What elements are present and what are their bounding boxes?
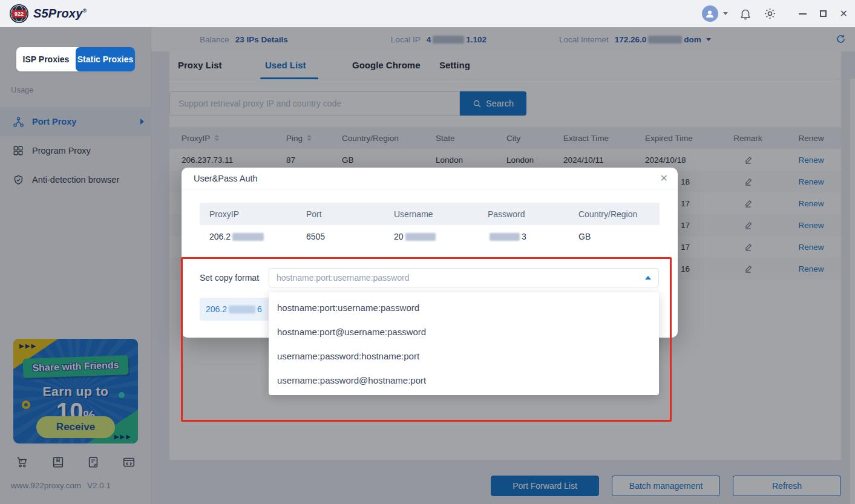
auth-table: ProxyIP Port Username Password Country/R… <box>200 203 660 248</box>
redacted-blur <box>405 233 436 241</box>
modal-title: User&Pass Auth <box>194 174 258 183</box>
redacted-blur <box>490 233 520 241</box>
redacted-blur <box>232 233 264 241</box>
avatar[interactable] <box>702 5 718 22</box>
window-close-button[interactable]: ✕ <box>840 9 848 19</box>
dropdown-option[interactable]: hostname:port:username:password <box>269 295 659 319</box>
dropdown-option[interactable]: username:password:hostname:port <box>269 344 659 368</box>
window-maximize-button[interactable] <box>820 10 827 17</box>
avatar-caret-icon[interactable] <box>723 12 728 15</box>
dropdown-option[interactable]: hostname:port@username:password <box>269 319 659 344</box>
app-logo: 922 S5Proxy® <box>10 4 87 23</box>
redacted-blur <box>229 306 255 313</box>
auth-table-header: ProxyIP Port Username Password Country/R… <box>200 203 660 225</box>
copy-format-select[interactable]: hostname:port:username:password <box>269 268 659 287</box>
settings-gear-icon[interactable] <box>763 7 777 21</box>
logo-globe-icon: 922 <box>10 4 28 23</box>
auth-table-row: 206.2 6505 20 3 GB <box>200 225 660 248</box>
set-copy-format-label: Set copy format <box>200 273 269 283</box>
app-window: 922 S5Proxy® <box>0 0 855 504</box>
proxy-type-toggle: ISP Proxies Static Proxies <box>16 47 135 71</box>
copy-format-value: hostname:port:username:password <box>277 273 409 283</box>
dropdown-option[interactable]: username:password@hostname:port <box>269 368 659 392</box>
close-icon[interactable]: ✕ <box>660 172 668 184</box>
toggle-static-proxies[interactable]: Static Proxies <box>76 47 135 71</box>
toggle-isp-proxies[interactable]: ISP Proxies <box>16 47 76 71</box>
registered-mark: ® <box>82 8 87 14</box>
window-minimize-button[interactable] <box>799 13 807 15</box>
logo-badge: 922 <box>12 10 26 18</box>
copy-format-dropdown: hostname:port:username:password hostname… <box>269 292 659 395</box>
chevron-up-icon <box>645 276 651 280</box>
brand-name: S5Proxy® <box>33 7 87 21</box>
proxy-copy-chip[interactable]: 206.26 <box>200 298 272 321</box>
title-bar: 922 S5Proxy® <box>0 0 855 27</box>
notifications-bell-icon[interactable] <box>739 7 752 21</box>
